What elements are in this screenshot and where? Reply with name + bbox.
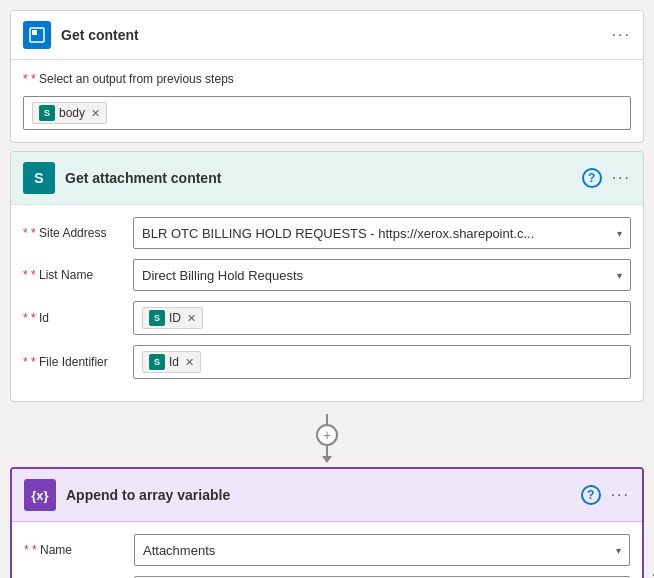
list-name-select[interactable]: Direct Billing Hold Requests ▾: [133, 259, 631, 291]
name-label: * Name: [24, 543, 124, 557]
list-name-row: * List Name Direct Billing Hold Requests…: [23, 259, 631, 291]
body-token-remove[interactable]: ✕: [91, 107, 100, 120]
site-address-label: * Site Address: [23, 226, 123, 240]
array-body: * Name Attachments ▾ * Value {: [12, 522, 642, 578]
file-id-token-box[interactable]: S Id ✕: [133, 345, 631, 379]
get-content-menu[interactable]: ···: [612, 26, 631, 44]
array-icon: {x}: [24, 479, 56, 511]
connector: +: [10, 414, 644, 463]
list-name-chevron: ▾: [617, 270, 622, 281]
file-identifier-row: * File Identifier S Id ✕: [23, 345, 631, 379]
get-content-card: Get content ··· * Select an output from …: [10, 10, 644, 143]
body-token: S body ✕: [32, 102, 107, 124]
array-header: {x} Append to array variable ? ···: [12, 469, 642, 522]
attach-menu[interactable]: ···: [612, 169, 631, 187]
connector-arrow: [322, 456, 332, 463]
select-output-label: * Select an output from previous steps: [23, 72, 234, 86]
attach-body: * Site Address BLR OTC BILLING HOLD REQU…: [11, 205, 643, 401]
id-token-box[interactable]: S ID ✕: [133, 301, 631, 335]
file-id-token-remove[interactable]: ✕: [185, 356, 194, 369]
array-help-icon[interactable]: ?: [581, 485, 601, 505]
attach-help-icon[interactable]: ?: [582, 168, 602, 188]
svg-rect-1: [32, 30, 37, 35]
get-content-header: Get content ···: [11, 11, 643, 60]
name-row: * Name Attachments ▾: [24, 534, 630, 566]
attach-title: Get attachment content: [65, 170, 572, 186]
site-address-row: * Site Address BLR OTC BILLING HOLD REQU…: [23, 217, 631, 249]
side-label: Actio... Go to...: [647, 566, 654, 578]
get-content-body: * Select an output from previous steps S…: [11, 60, 643, 142]
get-attachment-header: S Get attachment content ? ···: [11, 152, 643, 205]
array-variable-card: {x} Append to array variable ? ··· * Nam…: [10, 467, 644, 578]
get-attachment-card: S Get attachment content ? ··· * Site Ad…: [10, 151, 644, 402]
attach-icon: S: [23, 162, 55, 194]
name-select[interactable]: Attachments ▾: [134, 534, 630, 566]
connector-line-top: [326, 414, 328, 424]
body-token-text: body: [59, 106, 85, 120]
list-name-label: * List Name: [23, 268, 123, 282]
id-token: S ID ✕: [142, 307, 203, 329]
side-action-label: Actio...: [647, 566, 654, 578]
id-token-text: ID: [169, 311, 181, 325]
site-address-select[interactable]: BLR OTC BILLING HOLD REQUESTS - https://…: [133, 217, 631, 249]
site-address-value: BLR OTC BILLING HOLD REQUESTS - https://…: [142, 226, 534, 241]
id-token-icon: S: [149, 310, 165, 326]
id-token-remove[interactable]: ✕: [187, 312, 196, 325]
file-identifier-label: * File Identifier: [23, 355, 123, 369]
body-token-icon: S: [39, 105, 55, 121]
get-content-icon: [23, 21, 51, 49]
list-name-value: Direct Billing Hold Requests: [142, 268, 303, 283]
name-chevron: ▾: [616, 545, 621, 556]
site-address-chevron: ▾: [617, 228, 622, 239]
get-content-title: Get content: [61, 27, 602, 43]
file-id-token-icon: S: [149, 354, 165, 370]
array-menu[interactable]: ···: [611, 486, 630, 504]
connector-plus-button[interactable]: +: [316, 424, 338, 446]
body-token-box[interactable]: S body ✕: [23, 96, 631, 130]
array-title: Append to array variable: [66, 487, 571, 503]
name-value: Attachments: [143, 543, 215, 558]
file-id-token: S Id ✕: [142, 351, 201, 373]
main-container: Get content ··· * Select an output from …: [0, 0, 654, 578]
connector-line-bottom: [326, 446, 328, 456]
select-output-row: * Select an output from previous steps: [23, 72, 631, 86]
file-id-token-text: Id: [169, 355, 179, 369]
id-label: * Id: [23, 311, 123, 325]
id-row: * Id S ID ✕: [23, 301, 631, 335]
